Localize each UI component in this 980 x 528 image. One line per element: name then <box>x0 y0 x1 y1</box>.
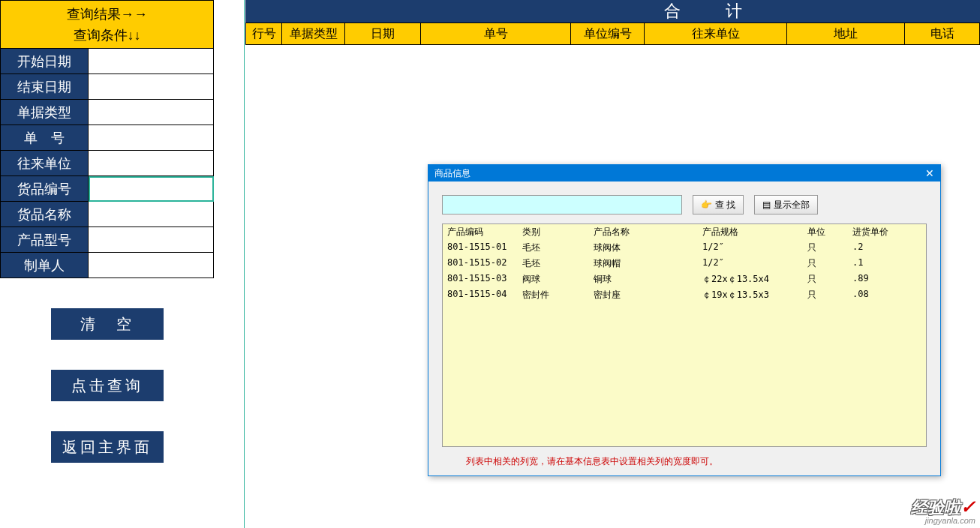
th-phone: 电话 <box>904 22 980 45</box>
th-doc-no: 单号 <box>420 22 570 45</box>
total-header: 合计 <box>245 0 980 22</box>
clear-button[interactable]: 清 空 <box>51 308 164 340</box>
header-line2: 查询条件↓↓ <box>74 25 141 46</box>
th-row-no: 行号 <box>245 22 281 45</box>
query-button[interactable]: 点击查询 <box>51 370 164 401</box>
watermark-url: jingyanla.com <box>911 516 975 525</box>
input-product-name[interactable] <box>89 202 214 227</box>
dialog-footer-note: 列表中相关的列宽，请在基本信息表中设置相关列的宽度即可。 <box>466 455 718 468</box>
list-icon: ▤ <box>762 200 771 210</box>
dialog-search-row: 👉查 找 ▤显示全部 <box>428 182 940 220</box>
label-product-model: 产品型号 <box>0 227 89 253</box>
watermark-text: 经验啦 <box>911 498 960 517</box>
label-doc-no: 单 号 <box>0 125 89 151</box>
label-product-code: 货品编号 <box>0 176 89 202</box>
list-item[interactable]: 801-1515-04密封件密封座￠19x￠13.5x3只.08 <box>443 287 926 303</box>
label-creator: 制单人 <box>0 253 89 278</box>
th-partner: 往来单位 <box>644 22 786 45</box>
input-start-date[interactable] <box>89 49 214 74</box>
label-product-name: 货品名称 <box>0 202 89 227</box>
label-start-date: 开始日期 <box>0 49 89 74</box>
action-buttons: 清 空 点击查询 返回主界面 <box>0 308 214 463</box>
label-end-date: 结束日期 <box>0 74 89 100</box>
col-name: 产品名称 <box>594 226 702 238</box>
th-address: 地址 <box>786 22 904 45</box>
list-item[interactable]: 801-1515-02毛坯球阀帽1/2″只.1 <box>443 256 926 272</box>
check-icon: ✓ <box>960 496 975 517</box>
search-input[interactable] <box>442 195 682 214</box>
col-spec: 产品规格 <box>702 226 807 238</box>
left-panel: 查询结果→→ 查询条件↓↓ 开始日期 结束日期 单据类型 单 号 往来单位 货品… <box>0 0 214 528</box>
list-item[interactable]: 801-1515-03阀球铜球￠22x￠13.5x4只.89 <box>443 272 926 287</box>
input-partner[interactable] <box>89 151 214 176</box>
table-header: 行号 单据类型 日期 单号 单位编号 往来单位 地址 电话 <box>245 22 980 45</box>
hand-icon: 👉 <box>701 200 712 210</box>
product-info-dialog: 商品信息 ✕ 👉查 找 ▤显示全部 产品编码 类别 产品名称 产品规格 单位 进… <box>428 164 941 476</box>
watermark: 经验啦✓ jingyanla.com <box>911 496 975 525</box>
show-all-button[interactable]: ▤显示全部 <box>754 195 818 214</box>
th-doc-type: 单据类型 <box>281 22 344 45</box>
dialog-title-text: 商品信息 <box>434 167 470 180</box>
th-date: 日期 <box>344 22 420 45</box>
product-list[interactable]: 产品编码 类别 产品名称 产品规格 单位 进货单价 801-1515-01毛坯球… <box>442 224 927 447</box>
back-button[interactable]: 返回主界面 <box>51 431 164 463</box>
query-header: 查询结果→→ 查询条件↓↓ <box>0 0 214 49</box>
input-product-code[interactable] <box>89 176 214 202</box>
col-price: 进货单价 <box>852 226 912 238</box>
label-doc-type: 单据类型 <box>0 100 89 125</box>
input-doc-no[interactable] <box>89 125 214 151</box>
close-icon[interactable]: ✕ <box>919 165 940 182</box>
input-doc-type[interactable] <box>89 100 214 125</box>
divider <box>244 0 245 528</box>
col-cat: 类别 <box>522 226 594 238</box>
col-unit: 单位 <box>807 226 852 238</box>
list-item[interactable]: 801-1515-01毛坯球阀体1/2″只.2 <box>443 240 926 256</box>
label-partner: 往来单位 <box>0 151 89 176</box>
input-product-model[interactable] <box>89 227 214 253</box>
search-button[interactable]: 👉查 找 <box>693 195 744 214</box>
th-unit-code: 单位编号 <box>570 22 644 45</box>
input-end-date[interactable] <box>89 74 214 100</box>
dialog-title-bar: 商品信息 ✕ <box>428 165 940 182</box>
col-code: 产品编码 <box>447 226 522 238</box>
product-list-header: 产品编码 类别 产品名称 产品规格 单位 进货单价 <box>443 224 926 240</box>
input-creator[interactable] <box>89 253 214 278</box>
header-line1: 查询结果→→ <box>67 4 148 25</box>
